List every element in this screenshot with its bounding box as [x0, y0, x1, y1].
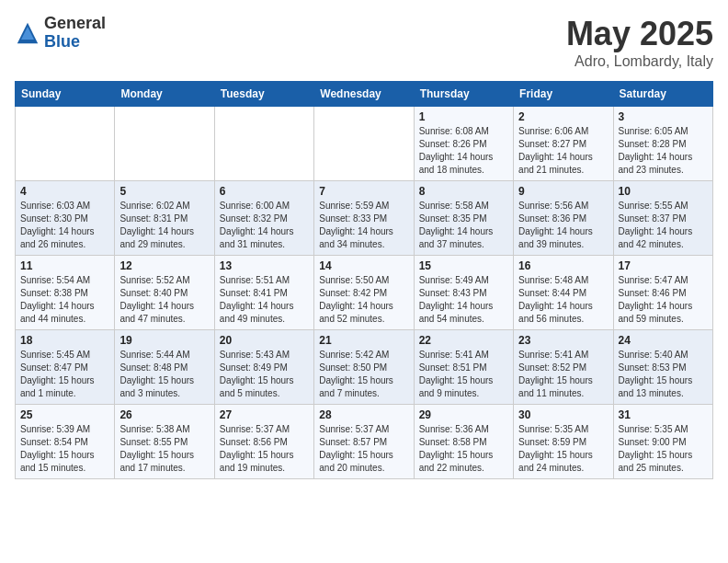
day-cell: 8Sunrise: 5:58 AM Sunset: 8:35 PM Daylig…	[414, 181, 513, 256]
title-area: May 2025 Adro, Lombardy, Italy	[566, 15, 713, 70]
calendar-header: SundayMondayTuesdayWednesdayThursdayFrid…	[16, 82, 713, 107]
day-cell	[314, 107, 414, 181]
day-info: Sunrise: 6:05 AM Sunset: 8:28 PM Dayligh…	[619, 125, 708, 177]
day-number: 10	[619, 185, 708, 198]
day-info: Sunrise: 5:51 AM Sunset: 8:41 PM Dayligh…	[220, 274, 309, 326]
day-info: Sunrise: 5:36 AM Sunset: 8:58 PM Dayligh…	[419, 423, 508, 475]
day-number: 21	[319, 334, 408, 347]
calendar-table: SundayMondayTuesdayWednesdayThursdayFrid…	[15, 81, 713, 479]
day-number: 8	[419, 185, 508, 198]
day-cell: 7Sunrise: 5:59 AM Sunset: 8:33 PM Daylig…	[314, 181, 414, 256]
day-number: 23	[518, 334, 608, 347]
day-info: Sunrise: 5:41 AM Sunset: 8:52 PM Dayligh…	[518, 349, 608, 400]
day-number: 11	[20, 259, 109, 272]
day-number: 3	[619, 110, 708, 123]
day-number: 25	[20, 408, 109, 421]
day-number: 31	[619, 408, 708, 421]
day-cell	[115, 107, 214, 181]
day-info: Sunrise: 5:52 AM Sunset: 8:40 PM Dayligh…	[119, 274, 209, 326]
day-cell: 5Sunrise: 6:02 AM Sunset: 8:31 PM Daylig…	[115, 181, 214, 256]
header-cell-friday: Friday	[514, 82, 613, 107]
day-info: Sunrise: 5:49 AM Sunset: 8:43 PM Dayligh…	[419, 274, 508, 326]
day-info: Sunrise: 6:06 AM Sunset: 8:27 PM Dayligh…	[518, 125, 608, 177]
logo: General Blue	[15, 15, 106, 52]
day-number: 4	[20, 185, 109, 198]
day-number: 18	[20, 334, 109, 347]
day-number: 29	[419, 408, 508, 421]
day-cell: 23Sunrise: 5:41 AM Sunset: 8:52 PM Dayli…	[514, 330, 613, 405]
header-cell-wednesday: Wednesday	[314, 82, 414, 107]
logo-blue: Blue	[44, 33, 106, 52]
logo-general: General	[44, 15, 106, 33]
day-info: Sunrise: 5:55 AM Sunset: 8:37 PM Dayligh…	[619, 200, 708, 251]
day-number: 13	[220, 259, 309, 272]
day-info: Sunrise: 5:59 AM Sunset: 8:33 PM Dayligh…	[319, 200, 408, 251]
day-info: Sunrise: 5:50 AM Sunset: 8:42 PM Dayligh…	[319, 274, 408, 326]
day-number: 22	[419, 334, 508, 347]
day-number: 14	[319, 259, 408, 272]
day-number: 1	[419, 110, 508, 123]
day-number: 2	[518, 110, 608, 123]
day-number: 30	[518, 408, 608, 421]
day-info: Sunrise: 5:48 AM Sunset: 8:44 PM Dayligh…	[518, 274, 608, 326]
day-info: Sunrise: 5:37 AM Sunset: 8:57 PM Dayligh…	[319, 423, 408, 475]
day-info: Sunrise: 6:02 AM Sunset: 8:31 PM Dayligh…	[119, 200, 209, 251]
day-cell: 4Sunrise: 6:03 AM Sunset: 8:30 PM Daylig…	[16, 181, 115, 256]
day-cell: 21Sunrise: 5:42 AM Sunset: 8:50 PM Dayli…	[314, 330, 414, 405]
week-row-5: 25Sunrise: 5:39 AM Sunset: 8:54 PM Dayli…	[16, 405, 713, 479]
day-cell: 14Sunrise: 5:50 AM Sunset: 8:42 PM Dayli…	[314, 256, 414, 330]
calendar-body: 1Sunrise: 6:08 AM Sunset: 8:26 PM Daylig…	[16, 107, 713, 479]
day-info: Sunrise: 5:35 AM Sunset: 9:00 PM Dayligh…	[619, 423, 708, 475]
day-cell: 26Sunrise: 5:38 AM Sunset: 8:55 PM Dayli…	[115, 405, 214, 479]
day-number: 20	[220, 334, 309, 347]
day-cell: 15Sunrise: 5:49 AM Sunset: 8:43 PM Dayli…	[414, 256, 513, 330]
day-info: Sunrise: 5:47 AM Sunset: 8:46 PM Dayligh…	[619, 274, 708, 326]
day-cell: 18Sunrise: 5:45 AM Sunset: 8:47 PM Dayli…	[16, 330, 115, 405]
day-info: Sunrise: 5:54 AM Sunset: 8:38 PM Dayligh…	[20, 274, 109, 326]
day-cell: 1Sunrise: 6:08 AM Sunset: 8:26 PM Daylig…	[414, 107, 513, 181]
day-cell: 19Sunrise: 5:44 AM Sunset: 8:48 PM Dayli…	[115, 330, 214, 405]
header-cell-thursday: Thursday	[414, 82, 513, 107]
day-number: 12	[119, 259, 209, 272]
day-number: 17	[619, 259, 708, 272]
logo-icon	[15, 20, 40, 46]
day-number: 26	[119, 408, 209, 421]
day-info: Sunrise: 5:35 AM Sunset: 8:59 PM Dayligh…	[518, 423, 608, 475]
day-cell: 31Sunrise: 5:35 AM Sunset: 9:00 PM Dayli…	[613, 405, 712, 479]
week-row-1: 1Sunrise: 6:08 AM Sunset: 8:26 PM Daylig…	[16, 107, 713, 181]
day-number: 28	[319, 408, 408, 421]
day-info: Sunrise: 5:56 AM Sunset: 8:36 PM Dayligh…	[518, 200, 608, 251]
week-row-3: 11Sunrise: 5:54 AM Sunset: 8:38 PM Dayli…	[16, 256, 713, 330]
day-info: Sunrise: 5:58 AM Sunset: 8:35 PM Dayligh…	[419, 200, 508, 251]
day-number: 5	[119, 185, 209, 198]
day-info: Sunrise: 5:42 AM Sunset: 8:50 PM Dayligh…	[319, 349, 408, 400]
day-cell: 20Sunrise: 5:43 AM Sunset: 8:49 PM Dayli…	[214, 330, 313, 405]
day-cell: 17Sunrise: 5:47 AM Sunset: 8:46 PM Dayli…	[613, 256, 712, 330]
location-title: Adro, Lombardy, Italy	[566, 53, 713, 70]
day-number: 27	[220, 408, 309, 421]
day-cell: 24Sunrise: 5:40 AM Sunset: 8:53 PM Dayli…	[613, 330, 712, 405]
day-info: Sunrise: 5:45 AM Sunset: 8:47 PM Dayligh…	[20, 349, 109, 400]
day-info: Sunrise: 6:08 AM Sunset: 8:26 PM Dayligh…	[419, 125, 508, 177]
day-cell: 3Sunrise: 6:05 AM Sunset: 8:28 PM Daylig…	[613, 107, 712, 181]
day-number: 6	[220, 185, 309, 198]
day-info: Sunrise: 5:40 AM Sunset: 8:53 PM Dayligh…	[619, 349, 708, 400]
day-number: 15	[419, 259, 508, 272]
day-cell: 25Sunrise: 5:39 AM Sunset: 8:54 PM Dayli…	[16, 405, 115, 479]
day-number: 16	[518, 259, 608, 272]
header-cell-sunday: Sunday	[16, 82, 115, 107]
day-cell	[214, 107, 313, 181]
header: General Blue May 2025 Adro, Lombardy, It…	[15, 15, 713, 70]
day-number: 7	[319, 185, 408, 198]
day-cell: 27Sunrise: 5:37 AM Sunset: 8:56 PM Dayli…	[214, 405, 313, 479]
day-info: Sunrise: 6:00 AM Sunset: 8:32 PM Dayligh…	[220, 200, 309, 251]
day-info: Sunrise: 6:03 AM Sunset: 8:30 PM Dayligh…	[20, 200, 109, 251]
day-cell: 12Sunrise: 5:52 AM Sunset: 8:40 PM Dayli…	[115, 256, 214, 330]
day-cell: 16Sunrise: 5:48 AM Sunset: 8:44 PM Dayli…	[514, 256, 613, 330]
logo-text: General Blue	[44, 15, 106, 52]
week-row-2: 4Sunrise: 6:03 AM Sunset: 8:30 PM Daylig…	[16, 181, 713, 256]
week-row-4: 18Sunrise: 5:45 AM Sunset: 8:47 PM Dayli…	[16, 330, 713, 405]
day-cell	[16, 107, 115, 181]
header-cell-monday: Monday	[115, 82, 214, 107]
day-cell: 2Sunrise: 6:06 AM Sunset: 8:27 PM Daylig…	[514, 107, 613, 181]
